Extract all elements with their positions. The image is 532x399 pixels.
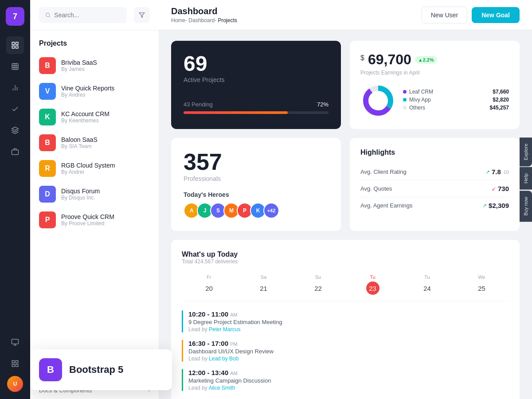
sidebar: Projects B Briviba SaaS By James V Vine … xyxy=(30,0,159,399)
event-item: 16:30 - 17:00 PM Dashboard UI/UX Design … xyxy=(182,340,509,362)
bootstrap-icon: B xyxy=(39,358,62,381)
project-item[interactable]: V Vine Quick Reports By Andres xyxy=(30,78,159,104)
highlight-item: Avg. Quotes ↙ 730 xyxy=(360,180,509,197)
event-item: 10:20 - 11:00 AM 9 Degree Project Estima… xyxy=(182,310,509,332)
legend-value: $45,257 xyxy=(490,105,509,111)
user-avatar[interactable]: U xyxy=(7,376,23,392)
svg-rect-0 xyxy=(12,42,14,44)
svg-rect-1 xyxy=(16,42,18,44)
nav-icon-bar-chart[interactable] xyxy=(6,79,24,97)
highlight-name: Avg. Client Rating xyxy=(360,168,407,175)
search-bar[interactable] xyxy=(39,7,127,23)
filter-button[interactable] xyxy=(134,7,150,23)
active-projects-count: 69 xyxy=(184,53,329,74)
project-item[interactable]: R RGB Cloud System By Andrei xyxy=(30,156,159,181)
event-title: 9 Degree Project Estimation Meeting xyxy=(188,319,282,325)
nav-icon-layers[interactable] xyxy=(6,121,24,139)
professionals-label: Professionals xyxy=(184,175,329,182)
new-goal-button[interactable]: New Goal xyxy=(472,7,520,23)
project-by: By Andrei xyxy=(61,169,115,175)
progress-pct: 72% xyxy=(317,101,329,108)
project-name: Vine Quick Reports xyxy=(61,85,114,92)
legend-item: Leaf CRM $7,660 xyxy=(403,89,509,95)
svg-marker-23 xyxy=(139,13,145,18)
day-number: 20 xyxy=(203,282,216,295)
highlight-value: 730 xyxy=(498,185,509,192)
nav-icon-check[interactable] xyxy=(6,100,24,118)
header-title-group: Dashboard Home- Dashboard- Projects xyxy=(171,6,237,23)
calendar-day[interactable]: Tu 23 xyxy=(345,272,400,297)
project-name: RGB Cloud System xyxy=(61,162,115,169)
search-input[interactable] xyxy=(54,12,121,19)
event-time: 12:00 - 13:40 AM xyxy=(188,369,271,376)
earnings-top: $ 69,700 ▲2.2% xyxy=(360,51,509,68)
day-name: Tu xyxy=(402,274,453,280)
project-icon: B xyxy=(39,134,56,151)
nav-icon-widget[interactable] xyxy=(6,355,24,372)
heroes-avatars: AJSMPK+42 xyxy=(184,203,329,219)
tab-buy-now[interactable]: Buy now xyxy=(520,191,532,222)
day-number: 21 xyxy=(257,282,270,295)
search-icon xyxy=(45,12,51,18)
calendar-day[interactable]: We 25 xyxy=(454,272,509,297)
project-item[interactable]: K KC Account CRM By Keenthemes xyxy=(30,104,159,130)
legend-value: $2,820 xyxy=(493,97,509,103)
project-item[interactable]: B Briviba SaaS By James xyxy=(30,53,159,78)
donut-legend: Leaf CRM $7,660 Mivy App $2,820 Others $… xyxy=(403,89,509,113)
pending-label: 43 Pending xyxy=(184,101,213,108)
svg-rect-13 xyxy=(12,150,19,155)
event-person-link[interactable]: Lead by Bob xyxy=(209,356,239,362)
project-item[interactable]: P Proove Quick CRM By Proove Limited xyxy=(30,207,159,233)
project-item[interactable]: D Disqus Forum By Disqus Inc. xyxy=(30,181,159,207)
nav-icon-grid[interactable] xyxy=(6,58,24,75)
calendar-days: Fr 20 Sa 21 Su 22 Tu 23 Tu 24 We 25 xyxy=(182,272,509,301)
day-name: Tu xyxy=(347,274,398,280)
project-by: By Keenthemes xyxy=(61,117,110,124)
day-number: 23 xyxy=(366,282,379,295)
day-number: 24 xyxy=(421,282,434,295)
main-header: Dashboard Home- Dashboard- Projects New … xyxy=(159,0,532,30)
page-title: Dashboard xyxy=(171,6,237,16)
legend-name: Mivy App xyxy=(409,97,431,103)
new-user-button[interactable]: New User xyxy=(422,7,467,23)
header-actions: New User New Goal xyxy=(422,7,520,23)
event-person-link[interactable]: Peter Marcus xyxy=(209,326,240,332)
highlights-card: Highlights Avg. Client Rating ↗ 7.810 Av… xyxy=(350,138,520,231)
project-item[interactable]: B Baloon SaaS By SIA Team xyxy=(30,130,159,156)
app-version-badge[interactable]: 7 xyxy=(6,7,24,26)
calendar-day[interactable]: Tu 24 xyxy=(400,272,454,297)
nav-icon-dashboard[interactable] xyxy=(6,36,24,54)
project-icon: P xyxy=(39,211,56,228)
nav-icon-briefcase[interactable] xyxy=(6,143,24,160)
earnings-dollar: $ xyxy=(360,54,364,62)
bootstrap-popup[interactable]: B Bootstrap 5 xyxy=(30,349,172,390)
earnings-chart: Leaf CRM $7,660 Mivy App $2,820 Others $… xyxy=(360,83,509,118)
project-by: By SIA Team xyxy=(61,143,98,149)
heroes-section: Today's Heroes AJSMPK+42 xyxy=(184,191,329,219)
project-icon: K xyxy=(39,109,56,125)
event-person-link[interactable]: Alice Smith xyxy=(208,385,235,391)
legend-dot xyxy=(403,106,407,110)
right-tabs: Explore Help Buy now xyxy=(520,137,532,222)
tab-help[interactable]: Help xyxy=(520,167,532,190)
professionals-card: 357 Professionals Today's Heroes AJSMPK+… xyxy=(171,138,341,231)
calendar-day[interactable]: Fr 20 xyxy=(182,272,236,297)
nav-icon-monitor[interactable] xyxy=(6,333,24,351)
progress-bar-fill xyxy=(184,111,288,114)
tab-explore[interactable]: Explore xyxy=(520,137,532,166)
svg-rect-17 xyxy=(12,360,14,363)
project-by: By James xyxy=(61,66,97,72)
event-item: 12:00 - 13:40 AM Marketing Campaign Disc… xyxy=(182,369,509,391)
svg-rect-2 xyxy=(12,46,14,48)
earnings-badge: ▲2.2% xyxy=(415,56,437,64)
legend-dot xyxy=(403,90,407,94)
progress-section: 43 Pending 72% xyxy=(184,101,329,114)
trend-up-icon: ↗ xyxy=(485,169,490,175)
legend-name: Leaf CRM xyxy=(409,89,433,95)
calendar-day[interactable]: Sa 21 xyxy=(236,272,291,297)
project-by: By Proove Limited xyxy=(61,220,114,227)
calendar-day[interactable]: Su 22 xyxy=(291,272,345,297)
active-projects-card: 69 Active Projects 43 Pending 72% xyxy=(171,41,341,129)
project-name: Briviba SaaS xyxy=(61,59,97,66)
legend-dot xyxy=(403,98,407,102)
